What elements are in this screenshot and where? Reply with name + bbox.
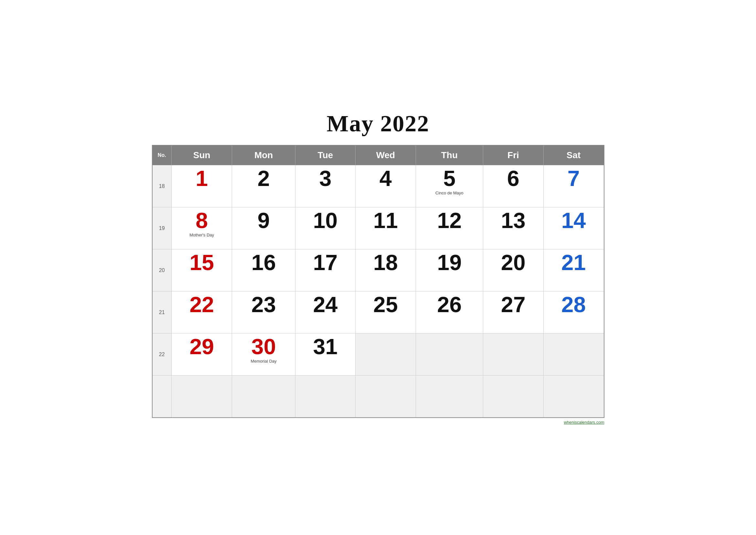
day-cell bbox=[356, 333, 416, 376]
day-number: 10 bbox=[313, 209, 338, 231]
day-cell: 13 bbox=[483, 207, 543, 249]
day-cell: 30Memorial Day bbox=[232, 333, 295, 376]
header-fri: Fri bbox=[483, 145, 543, 165]
header-thu: Thu bbox=[416, 145, 483, 165]
day-number: 8 bbox=[196, 209, 208, 231]
day-cell bbox=[543, 333, 604, 376]
day-cell: 26 bbox=[416, 292, 483, 333]
day-number: 22 bbox=[189, 294, 214, 315]
day-cell bbox=[295, 376, 355, 418]
day-number: 14 bbox=[561, 209, 586, 231]
week-number: 22 bbox=[152, 333, 172, 376]
day-cell bbox=[416, 333, 483, 376]
day-cell bbox=[232, 376, 295, 418]
day-number: 23 bbox=[252, 294, 276, 315]
day-cell: 17 bbox=[295, 249, 355, 292]
day-cell: 11 bbox=[356, 207, 416, 249]
table-row: 2015161718192021 bbox=[152, 249, 604, 292]
day-cell: 9 bbox=[232, 207, 295, 249]
day-cell bbox=[172, 376, 232, 418]
table-row bbox=[152, 376, 604, 418]
day-number: 5 bbox=[444, 167, 456, 189]
day-cell: 7 bbox=[543, 165, 604, 207]
day-number: 17 bbox=[313, 251, 338, 273]
day-cell: 15 bbox=[172, 249, 232, 292]
day-cell bbox=[483, 376, 543, 418]
day-number: 7 bbox=[568, 167, 580, 189]
day-cell: 6 bbox=[483, 165, 543, 207]
table-row: 1812345Cinco de Mayo67 bbox=[152, 165, 604, 207]
day-number: 12 bbox=[437, 209, 462, 231]
day-cell: 23 bbox=[232, 292, 295, 333]
day-number: 28 bbox=[561, 294, 586, 315]
holiday-label: Cinco de Mayo bbox=[435, 190, 464, 195]
day-cell: 4 bbox=[356, 165, 416, 207]
day-cell bbox=[416, 376, 483, 418]
day-cell: 28 bbox=[543, 292, 604, 333]
calendar-wrapper: No. Sun Mon Tue Wed Thu Fri Sat 1812345C… bbox=[152, 145, 605, 425]
day-number: 15 bbox=[189, 251, 214, 273]
week-number: 19 bbox=[152, 207, 172, 249]
header-tue: Tue bbox=[295, 145, 355, 165]
table-row: 2122232425262728 bbox=[152, 292, 604, 333]
watermark: wheniscalendars.com bbox=[152, 420, 605, 425]
day-number: 2 bbox=[257, 167, 270, 189]
day-number: 6 bbox=[507, 167, 519, 189]
day-cell: 19 bbox=[416, 249, 483, 292]
day-number: 31 bbox=[313, 335, 338, 357]
day-cell: 1 bbox=[172, 165, 232, 207]
day-cell: 25 bbox=[356, 292, 416, 333]
day-cell bbox=[483, 333, 543, 376]
day-cell: 3 bbox=[295, 165, 355, 207]
day-number: 25 bbox=[373, 294, 398, 315]
day-number: 11 bbox=[373, 209, 398, 231]
header-sun: Sun bbox=[172, 145, 232, 165]
day-number: 18 bbox=[373, 251, 398, 273]
holiday-label: Memorial Day bbox=[251, 359, 277, 364]
week-number: 20 bbox=[152, 249, 172, 292]
table-row: 198Mother's Day91011121314 bbox=[152, 207, 604, 249]
day-number: 27 bbox=[501, 294, 526, 315]
day-number: 3 bbox=[319, 167, 332, 189]
week-number: 21 bbox=[152, 292, 172, 333]
day-cell: 31 bbox=[295, 333, 355, 376]
day-cell: 20 bbox=[483, 249, 543, 292]
day-number: 21 bbox=[561, 251, 586, 273]
header-wed: Wed bbox=[356, 145, 416, 165]
day-cell: 21 bbox=[543, 249, 604, 292]
day-cell: 22 bbox=[172, 292, 232, 333]
day-cell: 14 bbox=[543, 207, 604, 249]
day-number: 24 bbox=[313, 294, 338, 315]
day-number: 30 bbox=[252, 335, 276, 357]
day-number: 13 bbox=[501, 209, 526, 231]
day-cell: 18 bbox=[356, 249, 416, 292]
day-cell: 12 bbox=[416, 207, 483, 249]
table-row: 222930Memorial Day31 bbox=[152, 333, 604, 376]
day-number: 19 bbox=[437, 251, 462, 273]
day-cell: 2 bbox=[232, 165, 295, 207]
header-no: No. bbox=[152, 145, 172, 165]
day-number: 26 bbox=[437, 294, 462, 315]
day-number: 1 bbox=[196, 167, 208, 189]
day-cell: 16 bbox=[232, 249, 295, 292]
header-sat: Sat bbox=[543, 145, 604, 165]
day-cell: 29 bbox=[172, 333, 232, 376]
day-cell: 10 bbox=[295, 207, 355, 249]
day-number: 29 bbox=[189, 335, 214, 357]
day-number: 16 bbox=[252, 251, 276, 273]
header-mon: Mon bbox=[232, 145, 295, 165]
page-title: May 2022 bbox=[327, 110, 430, 137]
day-number: 9 bbox=[257, 209, 270, 231]
day-cell: 27 bbox=[483, 292, 543, 333]
day-cell: 5Cinco de Mayo bbox=[416, 165, 483, 207]
day-cell: 24 bbox=[295, 292, 355, 333]
day-number: 20 bbox=[501, 251, 526, 273]
day-number: 4 bbox=[379, 167, 392, 189]
holiday-label: Mother's Day bbox=[189, 233, 214, 238]
day-cell bbox=[356, 376, 416, 418]
day-cell bbox=[543, 376, 604, 418]
week-number: 18 bbox=[152, 165, 172, 207]
week-number bbox=[152, 376, 172, 418]
calendar-table: No. Sun Mon Tue Wed Thu Fri Sat 1812345C… bbox=[152, 145, 605, 418]
day-cell: 8Mother's Day bbox=[172, 207, 232, 249]
